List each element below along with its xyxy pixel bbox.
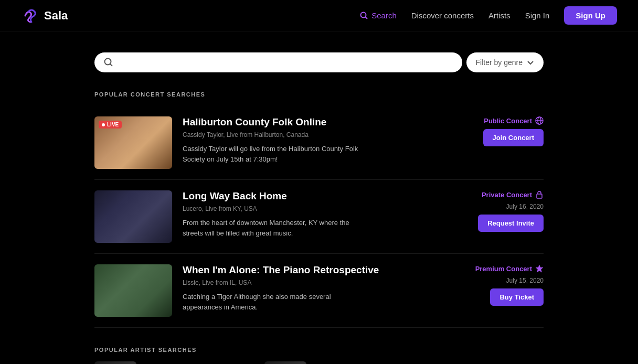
concert-description: Catching a Tiger Although she also made … xyxy=(183,292,371,312)
live-label: LIVE xyxy=(107,122,119,127)
concert-card: Long Way Back Home Lucero, Live from KY,… xyxy=(94,180,544,254)
concert-type-label: Premium Concert xyxy=(475,265,532,273)
concert-type: Premium Concert xyxy=(475,264,544,273)
chevron-down-icon xyxy=(527,59,534,66)
search-icon xyxy=(104,58,113,67)
svg-line-1 xyxy=(366,17,368,19)
concert-card: When I'm Alone: The Piano Retrospective … xyxy=(94,254,544,328)
svg-point-0 xyxy=(361,12,366,17)
concert-type-label: Private Concert xyxy=(482,191,532,199)
concert-subtitle: Lucero, Live from KY, USA xyxy=(183,205,449,212)
brand: Sala xyxy=(21,6,68,25)
nav-search-link[interactable]: Search xyxy=(360,11,397,20)
genre-filter-label: Filter by genre xyxy=(476,58,523,67)
concert-title: Haliburton County Folk Online xyxy=(183,116,449,128)
concert-thumbnail xyxy=(94,264,172,317)
artist-thumbnail xyxy=(264,361,306,364)
star-icon xyxy=(535,264,544,273)
concert-list: LIVE Haliburton County Folk Online Cassi… xyxy=(94,106,544,328)
concert-actions: Public Concert Join Concert xyxy=(460,116,544,146)
genre-filter[interactable]: Filter by genre xyxy=(466,52,544,72)
nav-search-label: Search xyxy=(371,11,397,20)
svg-marker-8 xyxy=(536,265,543,272)
concert-subtitle: Cassidy Taylor, Live from Haliburton, Ca… xyxy=(183,131,449,138)
popular-artists-label: POPULAR ARTIST SEARCHES xyxy=(94,347,544,353)
nav-discover[interactable]: Discover concerts xyxy=(411,11,474,20)
brand-name: Sala xyxy=(44,9,68,23)
search-input[interactable] xyxy=(119,58,453,67)
concert-info: Long Way Back Home Lucero, Live from KY,… xyxy=(183,190,449,238)
main-content: Filter by genre POPULAR CONCERT SEARCHES… xyxy=(0,31,638,364)
concert-date: July 16, 2020 xyxy=(506,203,544,210)
popular-concerts-label: POPULAR CONCERT SEARCHES xyxy=(94,91,544,98)
join-concert-button[interactable]: Join Concert xyxy=(483,129,544,146)
concert-title: Long Way Back Home xyxy=(183,190,449,202)
artist-thumbnail xyxy=(94,361,136,364)
svg-rect-7 xyxy=(537,194,542,198)
request-invite-button[interactable]: Request Invite xyxy=(478,215,544,232)
svg-point-2 xyxy=(105,59,111,65)
concert-type: Public Concert xyxy=(484,116,544,125)
signup-button[interactable]: Sign Up xyxy=(564,6,617,25)
artist-card[interactable]: Laura-Mary Carter Musician xyxy=(94,361,220,364)
lock-icon xyxy=(535,190,544,199)
nav-signin[interactable]: Sign In xyxy=(525,11,550,20)
search-bar-container: Filter by genre xyxy=(94,52,544,72)
concert-thumbnail: LIVE xyxy=(94,116,172,169)
search-nav-icon xyxy=(360,12,368,20)
nav-artists[interactable]: Artists xyxy=(488,11,511,20)
concert-type: Private Concert xyxy=(482,190,544,199)
globe-icon xyxy=(535,116,544,125)
concert-card: LIVE Haliburton County Folk Online Cassi… xyxy=(94,106,544,180)
buy-ticket-button[interactable]: Buy Ticket xyxy=(490,288,544,306)
concert-info: When I'm Alone: The Piano Retrospective … xyxy=(183,264,449,312)
concert-info: Haliburton County Folk Online Cassidy Ta… xyxy=(183,116,449,164)
concert-subtitle: Lissie, Live from IL, USA xyxy=(183,279,449,286)
artist-card[interactable]: Damon Johnson Band xyxy=(264,361,384,364)
artist-cards: Laura-Mary Carter Musician Damon Johnson… xyxy=(94,361,544,364)
concert-description: Cassidy Taylor will go live from the Hal… xyxy=(183,144,371,164)
search-input-wrapper xyxy=(94,52,462,72)
logo-icon xyxy=(21,6,40,25)
navbar: Sala Search Discover concerts Artists Si… xyxy=(0,0,638,31)
concert-date: July 15, 2020 xyxy=(506,277,544,284)
concert-title: When I'm Alone: The Piano Retrospective xyxy=(183,264,449,276)
concert-actions: Premium Concert July 15, 2020 Buy Ticket xyxy=(460,264,544,306)
concert-thumbnail xyxy=(94,190,172,243)
nav-links: Search Discover concerts Artists Sign In… xyxy=(360,6,617,25)
live-badge: LIVE xyxy=(99,121,122,129)
svg-line-3 xyxy=(110,64,112,66)
live-dot xyxy=(102,123,105,126)
concert-description: From the heart of downtown Manchester, K… xyxy=(183,218,371,238)
concert-actions: Private Concert July 16, 2020 Request In… xyxy=(460,190,544,232)
concert-type-label: Public Concert xyxy=(484,117,532,125)
